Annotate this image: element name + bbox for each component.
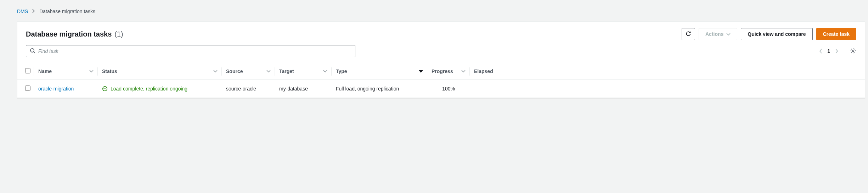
title-text: Database migration tasks	[26, 30, 112, 38]
progress-cell: 100%	[427, 80, 470, 98]
chevron-right-icon	[32, 9, 35, 14]
col-status[interactable]: Status	[98, 63, 222, 80]
svg-point-2	[852, 50, 854, 51]
col-select	[17, 63, 34, 80]
pager-group: 1	[819, 47, 856, 55]
actions-dropdown[interactable]: Actions	[699, 28, 737, 40]
source-cell: source-oracle	[222, 80, 275, 98]
col-progress-label: Progress	[432, 68, 453, 74]
col-target-label: Target	[279, 68, 294, 74]
svg-point-6	[106, 88, 106, 89]
actions-label: Actions	[705, 31, 723, 37]
svg-point-4	[103, 88, 104, 89]
status-ongoing-icon	[102, 86, 108, 92]
target-cell: my-database	[275, 80, 332, 98]
settings-button[interactable]	[850, 48, 856, 55]
svg-point-5	[105, 88, 105, 89]
search-icon	[30, 48, 38, 55]
col-name-label: Name	[38, 68, 52, 74]
col-source-label: Source	[226, 68, 243, 74]
create-task-button[interactable]: Create task	[816, 28, 857, 40]
col-progress[interactable]: Progress	[427, 63, 470, 80]
sort-icon-active	[419, 70, 423, 73]
status-text: Load complete, replication ongoing	[111, 86, 187, 92]
svg-point-0	[30, 49, 34, 52]
title-count: (1)	[114, 30, 123, 38]
breadcrumb: DMS Database migration tasks	[17, 9, 865, 14]
task-name-link[interactable]: oracle-migration	[38, 86, 74, 92]
pager-prev[interactable]	[819, 49, 822, 54]
col-type[interactable]: Type	[332, 63, 427, 80]
tasks-table: Name Status Source	[17, 63, 865, 98]
search-input-wrap[interactable]	[26, 45, 355, 57]
svg-line-1	[34, 52, 35, 53]
col-name[interactable]: Name	[34, 63, 98, 80]
divider	[844, 47, 844, 55]
table-row: oracle-migration Load complete, replicat…	[17, 80, 865, 98]
sort-icon	[266, 70, 271, 73]
pager-page: 1	[827, 48, 830, 54]
col-target[interactable]: Target	[275, 63, 332, 80]
status-cell: Load complete, replication ongoing	[102, 86, 218, 92]
header-actions: Actions Quick view and compare Create ta…	[682, 28, 856, 40]
quick-view-button[interactable]: Quick view and compare	[741, 28, 812, 40]
gear-icon	[850, 48, 856, 55]
select-all-checkbox[interactable]	[25, 68, 30, 73]
sort-icon	[89, 70, 94, 73]
breadcrumb-root-link[interactable]: DMS	[17, 9, 28, 14]
col-type-label: Type	[336, 68, 347, 74]
caret-down-icon	[726, 31, 731, 37]
col-elapsed[interactable]: Elapsed	[470, 63, 865, 80]
page-title: Database migration tasks (1)	[26, 30, 123, 38]
sort-icon	[213, 70, 218, 73]
col-status-label: Status	[102, 68, 117, 74]
elapsed-cell	[470, 80, 865, 98]
col-elapsed-label: Elapsed	[474, 68, 493, 74]
refresh-icon	[686, 31, 691, 38]
refresh-button[interactable]	[682, 28, 695, 40]
search-input[interactable]	[38, 48, 351, 54]
col-source[interactable]: Source	[222, 63, 275, 80]
panel-header: Database migration tasks (1) Actions	[17, 22, 865, 63]
sort-icon	[323, 70, 327, 73]
sort-icon	[461, 70, 466, 73]
pager-next[interactable]	[835, 49, 838, 54]
tasks-panel: Database migration tasks (1) Actions	[17, 21, 865, 98]
type-cell: Full load, ongoing replication	[332, 80, 427, 98]
breadcrumb-current: Database migration tasks	[39, 9, 95, 14]
row-checkbox[interactable]	[25, 86, 30, 91]
pager: 1	[819, 48, 838, 54]
